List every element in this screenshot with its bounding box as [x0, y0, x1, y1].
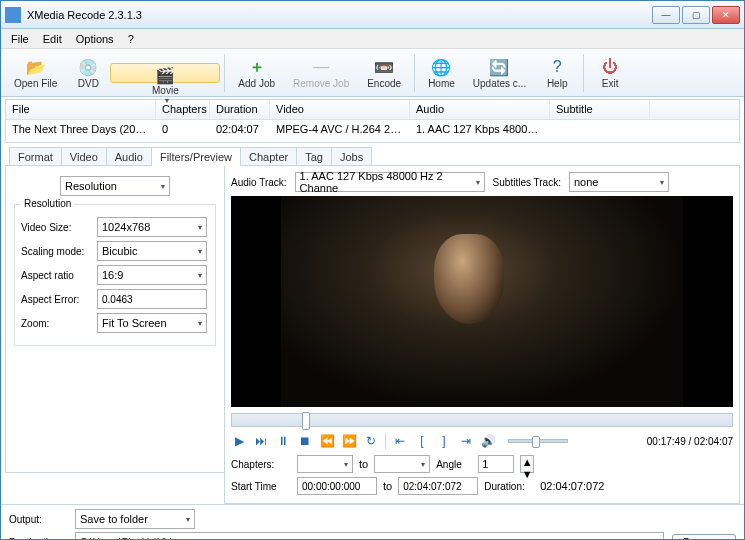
play-button[interactable]: ▶: [231, 433, 247, 449]
mark-in-button[interactable]: ⇤: [392, 433, 408, 449]
folder-icon: 📂: [25, 56, 47, 78]
duration-label: Duration:: [484, 481, 534, 492]
add-job-button[interactable]: ＋Add Job: [229, 51, 284, 95]
encode-button[interactable]: 📼Encode: [358, 51, 410, 95]
aspecterror-label: Aspect Error:: [21, 294, 91, 305]
rewind-button[interactable]: ⏪: [319, 433, 335, 449]
toolbar-separator: [224, 54, 225, 92]
encode-icon: 📼: [373, 56, 395, 78]
maximize-button[interactable]: ▢: [682, 6, 710, 24]
video-preview: [231, 196, 733, 407]
menu-options[interactable]: Options: [70, 31, 120, 47]
bracket-left-button[interactable]: [: [414, 433, 430, 449]
tab-jobs[interactable]: Jobs: [331, 147, 372, 166]
mark-out-button[interactable]: ⇥: [458, 433, 474, 449]
scalingmode-label: Scaling mode:: [21, 246, 91, 257]
loop-button[interactable]: ↻: [363, 433, 379, 449]
subtitles-select[interactable]: none: [569, 172, 669, 192]
zoom-label: Zoom:: [21, 318, 91, 329]
tab-chapter[interactable]: Chapter: [240, 147, 297, 166]
time-display: 00:17:49 / 02:04:07: [647, 436, 733, 447]
open-file-button[interactable]: 📂Open File: [5, 51, 66, 95]
resolution-fieldset-label: Resolution: [21, 198, 74, 209]
volume-slider[interactable]: [508, 439, 568, 443]
scalingmode-select[interactable]: Bicubic: [97, 241, 207, 261]
volume-thumb[interactable]: [532, 436, 540, 448]
filter-category-select[interactable]: Resolution: [60, 176, 170, 196]
exit-button[interactable]: ⏻Exit: [588, 51, 632, 95]
remove-job-button[interactable]: —Remove Job: [284, 51, 358, 95]
app-icon: [5, 7, 21, 23]
help-icon: ?: [546, 56, 568, 78]
endtime-input[interactable]: [398, 477, 478, 495]
zoom-select[interactable]: Fit To Screen: [97, 313, 207, 333]
tab-video[interactable]: Video: [61, 147, 107, 166]
dvd-icon: 💿: [77, 56, 99, 78]
audiotrack-select[interactable]: 1. AAC 127 Kbps 48000 Hz 2 Channe: [295, 172, 485, 192]
close-button[interactable]: ✕: [712, 6, 740, 24]
col-chapters[interactable]: Chapters: [156, 100, 210, 119]
next-button[interactable]: ⏭: [253, 433, 269, 449]
chapter-to-select[interactable]: [374, 455, 430, 473]
duration-value: 02:04:07:072: [540, 480, 604, 492]
refresh-icon: 🔄: [488, 56, 510, 78]
col-file[interactable]: File: [6, 100, 156, 119]
table-row[interactable]: The Next Three Days (2010) MV4 NL ... 0 …: [6, 120, 739, 140]
menu-edit[interactable]: Edit: [37, 31, 68, 47]
tab-tag[interactable]: Tag: [296, 147, 332, 166]
seek-bar[interactable]: [231, 413, 733, 427]
control-separator: [385, 433, 386, 449]
globe-icon: 🌐: [430, 56, 452, 78]
angle-spinner[interactable]: ▲▼: [520, 455, 534, 473]
window-title: XMedia Recode 2.3.1.3: [27, 9, 652, 21]
plus-icon: ＋: [246, 56, 268, 78]
col-video[interactable]: Video: [270, 100, 410, 119]
help-button[interactable]: ?Help: [535, 51, 579, 95]
col-audio[interactable]: Audio: [410, 100, 550, 119]
file-list[interactable]: File Chapters Duration Video Audio Subti…: [5, 99, 740, 143]
output-select[interactable]: Save to folder: [75, 509, 195, 529]
col-subtitle[interactable]: Subtitle: [550, 100, 650, 119]
updates-button[interactable]: 🔄Updates c...: [464, 51, 535, 95]
subtitles-label: Subtitles Track:: [493, 177, 561, 188]
aspectratio-select[interactable]: 16:9: [97, 265, 207, 285]
home-button[interactable]: 🌐Home: [419, 51, 464, 95]
exit-icon: ⏻: [599, 56, 621, 78]
stop-button[interactable]: ⏹: [297, 433, 313, 449]
audiotrack-label: Audio Track:: [231, 177, 287, 188]
chapter-from-select[interactable]: [297, 455, 353, 473]
starttime-label: Start Time: [231, 481, 291, 492]
angle-label: Angle: [436, 459, 472, 470]
videosize-select[interactable]: 1024x768: [97, 217, 207, 237]
movie-button[interactable]: 🎬Movie: [110, 63, 220, 83]
output-label: Output:: [9, 514, 67, 525]
minus-icon: —: [310, 56, 332, 78]
tab-audio[interactable]: Audio: [106, 147, 152, 166]
aspectratio-label: Aspect ratio: [21, 270, 91, 281]
angle-input[interactable]: 1: [478, 455, 514, 473]
tab-format[interactable]: Format: [9, 147, 62, 166]
col-duration[interactable]: Duration: [210, 100, 270, 119]
toolbar-separator: [414, 54, 415, 92]
minimize-button[interactable]: —: [652, 6, 680, 24]
dvd-button[interactable]: 💿DVD: [66, 51, 110, 95]
seek-thumb[interactable]: [302, 412, 310, 430]
bracket-right-button[interactable]: ]: [436, 433, 452, 449]
videosize-label: Video Size:: [21, 222, 91, 233]
ffwd-button[interactable]: ⏩: [341, 433, 357, 449]
aspecterror-input[interactable]: [97, 289, 207, 309]
to-label: to: [359, 458, 368, 470]
tab-filters-preview[interactable]: Filters/Preview: [151, 147, 241, 166]
browse-button[interactable]: Browse...: [672, 534, 736, 541]
movie-icon: 🎬: [154, 66, 176, 85]
pause-button[interactable]: ⏸: [275, 433, 291, 449]
chapters-label: Chapters:: [231, 459, 291, 470]
toolbar-separator: [583, 54, 584, 92]
volume-icon[interactable]: 🔊: [480, 433, 496, 449]
destination-input[interactable]: [75, 532, 664, 540]
menu-help[interactable]: ?: [122, 31, 140, 47]
destination-label: Destination:: [9, 537, 67, 541]
menu-file[interactable]: File: [5, 31, 35, 47]
to-label-2: to: [383, 480, 392, 492]
starttime-input[interactable]: [297, 477, 377, 495]
